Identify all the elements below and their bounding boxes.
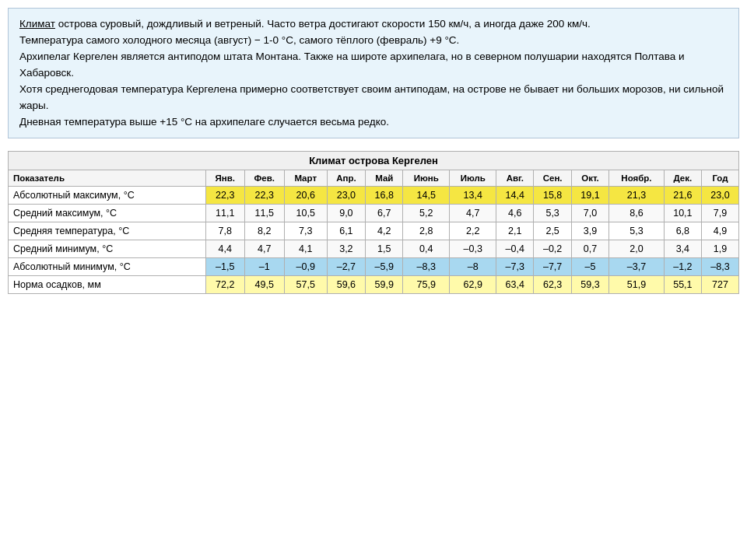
cell-r5-c12: 727 [701, 276, 738, 294]
cell-r0-c2: 20,6 [284, 187, 327, 205]
paragraph1: острова суровый, дождливый и ветреный. Ч… [55, 18, 591, 30]
col-header-month-8: Авг. [496, 170, 534, 187]
table-title: Климат острова Кергелен [9, 152, 739, 170]
table-row: Средний минимум, °С4,44,74,13,21,50,4–0,… [9, 240, 739, 258]
cell-r1-c12: 7,9 [701, 205, 738, 222]
cell-r4-c7: –7,3 [496, 258, 534, 276]
cell-r3-c8: –0,2 [534, 240, 572, 258]
cell-r0-c7: 14,4 [496, 187, 534, 205]
cell-r2-c4: 4,2 [366, 222, 403, 240]
cell-r2-c9: 3,9 [572, 222, 609, 240]
cell-r5-c4: 59,9 [366, 276, 403, 294]
cell-r5-c10: 51,9 [609, 276, 665, 294]
cell-r5-c9: 59,3 [572, 276, 609, 294]
cell-r0-c0: 22,3 [205, 187, 244, 205]
cell-r2-c0: 7,8 [205, 222, 244, 240]
table-row: Абсолютный минимум, °С–1,5–1–0,9–2,7–5,9… [9, 258, 739, 276]
klimat-link[interactable]: Климат [19, 18, 55, 30]
cell-r2-c3: 6,1 [327, 222, 366, 240]
col-header-month-9: Сен. [534, 170, 572, 187]
cell-r0-c6: 13,4 [450, 187, 496, 205]
col-header-month-3: Март [284, 170, 327, 187]
cell-r1-c2: 10,5 [284, 205, 327, 222]
cell-r0-c4: 16,8 [366, 187, 403, 205]
col-header-month-4: Апр. [327, 170, 366, 187]
cell-r0-c3: 23,0 [327, 187, 366, 205]
col-header-month-2: Фев. [244, 170, 284, 187]
table-row: Средний максимум, °С11,111,510,59,06,75,… [9, 205, 739, 222]
cell-r0-c9: 19,1 [572, 187, 609, 205]
cell-r5-c6: 62,9 [450, 276, 496, 294]
cell-r1-c3: 9,0 [327, 205, 366, 222]
cell-r1-c7: 4,6 [496, 205, 534, 222]
cell-r5-c0: 72,2 [205, 276, 244, 294]
cell-r1-c9: 7,0 [572, 205, 609, 222]
table-row: Норма осадков, мм72,249,557,559,659,975,… [9, 276, 739, 294]
cell-r0-c1: 22,3 [244, 187, 284, 205]
col-header-month-1: Янв. [205, 170, 244, 187]
cell-r5-c7: 63,4 [496, 276, 534, 294]
cell-r5-c8: 62,3 [534, 276, 572, 294]
cell-r1-c5: 5,2 [403, 205, 450, 222]
cell-r3-c3: 3,2 [327, 240, 366, 258]
paragraph4: Хотя среднегодовая температура Кергелена… [19, 82, 728, 114]
paragraph5: Дневная температура выше +15 °С на архип… [19, 114, 728, 131]
cell-r2-c10: 5,3 [609, 222, 665, 240]
cell-r3-c10: 2,0 [609, 240, 665, 258]
col-header-month-7: Июль [450, 170, 496, 187]
cell-r1-c11: 10,1 [664, 205, 701, 222]
cell-r3-c2: 4,1 [284, 240, 327, 258]
table-row: Средняя температура, °С7,88,27,36,14,22,… [9, 222, 739, 240]
cell-r4-c12: –8,3 [701, 258, 738, 276]
paragraph2: Температура самого холодного месяца (авг… [19, 33, 728, 49]
cell-r3-c12: 1,9 [701, 240, 738, 258]
cell-r4-c8: –7,7 [534, 258, 572, 276]
cell-r3-c5: 0,4 [403, 240, 450, 258]
cell-r4-c11: –1,2 [664, 258, 701, 276]
cell-r5-c5: 75,9 [403, 276, 450, 294]
cell-r2-c11: 6,8 [664, 222, 701, 240]
cell-r2-c7: 2,1 [496, 222, 534, 240]
cell-r3-c4: 1,5 [366, 240, 403, 258]
cell-r3-c9: 0,7 [572, 240, 609, 258]
climate-table: Климат острова Кергелен ПоказательЯнв.Фе… [8, 151, 739, 294]
row-label-4: Абсолютный минимум, °С [9, 258, 206, 276]
cell-r3-c6: –0,3 [450, 240, 496, 258]
cell-r5-c1: 49,5 [244, 276, 284, 294]
cell-r1-c0: 11,1 [205, 205, 244, 222]
cell-r0-c10: 21,3 [609, 187, 665, 205]
cell-r0-c5: 14,5 [403, 187, 450, 205]
col-header-month-6: Июнь [403, 170, 450, 187]
cell-r1-c8: 5,3 [534, 205, 572, 222]
cell-r4-c5: –8,3 [403, 258, 450, 276]
cell-r2-c2: 7,3 [284, 222, 327, 240]
cell-r4-c3: –2,7 [327, 258, 366, 276]
cell-r5-c11: 55,1 [664, 276, 701, 294]
cell-r3-c0: 4,4 [205, 240, 244, 258]
cell-r2-c6: 2,2 [450, 222, 496, 240]
row-label-1: Средний максимум, °С [9, 205, 206, 222]
cell-r2-c5: 2,8 [403, 222, 450, 240]
cell-r4-c0: –1,5 [205, 258, 244, 276]
cell-r0-c8: 15,8 [534, 187, 572, 205]
cell-r1-c4: 6,7 [366, 205, 403, 222]
cell-r1-c10: 8,6 [609, 205, 665, 222]
cell-r3-c1: 4,7 [244, 240, 284, 258]
cell-r5-c3: 59,6 [327, 276, 366, 294]
col-header-month-12: Дек. [664, 170, 701, 187]
table-header-row: ПоказательЯнв.Фев.МартАпр.МайИюньИюльАвг… [9, 170, 739, 187]
cell-r4-c2: –0,9 [284, 258, 327, 276]
cell-r0-c11: 21,6 [664, 187, 701, 205]
cell-r3-c7: –0,4 [496, 240, 534, 258]
row-label-5: Норма осадков, мм [9, 276, 206, 294]
cell-r2-c12: 4,9 [701, 222, 738, 240]
col-header-month-13: Год [701, 170, 738, 187]
cell-r4-c1: –1 [244, 258, 284, 276]
col-header-label: Показатель [9, 170, 206, 187]
cell-r2-c1: 8,2 [244, 222, 284, 240]
cell-r4-c9: –5 [572, 258, 609, 276]
cell-r4-c6: –8 [450, 258, 496, 276]
paragraph3: Архипелаг Кергелен является антиподом шт… [19, 49, 728, 82]
row-label-3: Средний минимум, °С [9, 240, 206, 258]
col-header-month-11: Ноябр. [609, 170, 665, 187]
